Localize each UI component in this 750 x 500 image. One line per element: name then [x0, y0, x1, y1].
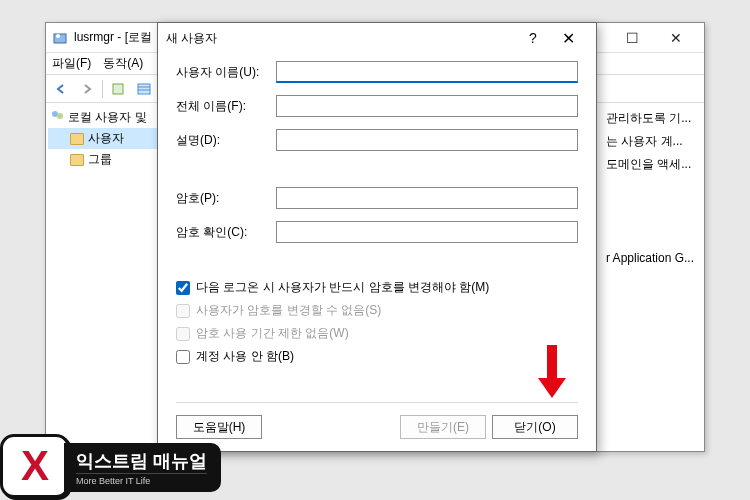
svg-rect-2: [113, 84, 123, 94]
svg-marker-10: [538, 378, 566, 398]
fullname-label: 전체 이름(F):: [176, 98, 276, 115]
tree-users-label: 사용자: [88, 130, 124, 147]
logo-tagline: More Better IT Life: [76, 473, 207, 486]
app-icon: [52, 30, 68, 46]
arrow-annotation: [532, 340, 572, 403]
must-change-label: 다음 로그온 시 사용자가 반드시 암호를 변경해야 함(M): [196, 279, 489, 296]
desc-row: 설명(D):: [176, 129, 578, 151]
dialog-title: 새 사용자: [166, 30, 518, 47]
username-label: 사용자 이름(U):: [176, 64, 276, 81]
confirm-input[interactable]: [276, 221, 578, 243]
must-change-checkbox[interactable]: [176, 281, 190, 295]
dialog-body: 사용자 이름(U): 전체 이름(F): 설명(D): 암호(P): 암호 확인…: [158, 53, 596, 383]
folder-icon: [70, 133, 84, 145]
watermark-logo: X 익스트림 매뉴얼 More Better IT Life: [0, 430, 280, 500]
svg-rect-3: [138, 84, 150, 94]
tree-groups[interactable]: 그룹: [48, 149, 163, 170]
password-row: 암호(P):: [176, 187, 578, 209]
forward-icon[interactable]: [76, 78, 98, 100]
close-button[interactable]: ✕: [654, 24, 698, 52]
list-item[interactable]: 관리하도록 기...: [606, 107, 694, 130]
tree-groups-label: 그룹: [88, 151, 112, 168]
desc-input[interactable]: [276, 129, 578, 151]
svg-point-1: [56, 34, 60, 38]
fullname-row: 전체 이름(F):: [176, 95, 578, 117]
password-label: 암호(P):: [176, 190, 276, 207]
desc-label: 설명(D):: [176, 132, 276, 149]
users-group-icon: [50, 109, 64, 126]
logo-text: 익스트림 매뉴얼 More Better IT Life: [64, 443, 221, 492]
create-button-label: 만들기(E): [417, 419, 469, 436]
tree-users[interactable]: 사용자: [48, 128, 163, 149]
close-icon[interactable]: ✕: [548, 29, 588, 48]
cannot-change-checkbox: [176, 304, 190, 318]
list-view-icon[interactable]: [133, 78, 155, 100]
list-item[interactable]: 는 사용자 계...: [606, 130, 694, 153]
account-disabled-label: 계정 사용 안 함(B): [196, 348, 294, 365]
confirm-row: 암호 확인(C):: [176, 221, 578, 243]
menu-action[interactable]: 동작(A): [103, 55, 143, 72]
list-item[interactable]: r Application G...: [606, 248, 694, 268]
close-button-label: 닫기(O): [514, 419, 555, 436]
cb-never-expires: 암호 사용 기간 제한 없음(W): [176, 325, 578, 342]
tree-root[interactable]: 로컬 사용자 및: [48, 107, 163, 128]
logo-brand: 익스트림 매뉴얼: [76, 449, 207, 473]
never-expires-checkbox: [176, 327, 190, 341]
dialog-titlebar: 새 사용자 ? ✕: [158, 23, 596, 53]
password-input[interactable]: [276, 187, 578, 209]
username-row: 사용자 이름(U):: [176, 61, 578, 83]
logo-x-icon: X: [0, 434, 70, 498]
fullname-input[interactable]: [276, 95, 578, 117]
maximize-button[interactable]: ☐: [610, 24, 654, 52]
svg-point-8: [57, 113, 63, 119]
cb-must-change[interactable]: 다음 로그온 시 사용자가 반드시 암호를 변경해야 함(M): [176, 279, 578, 296]
username-input[interactable]: [276, 61, 578, 83]
confirm-label: 암호 확인(C):: [176, 224, 276, 241]
tree-root-label: 로컬 사용자 및: [68, 109, 147, 126]
never-expires-label: 암호 사용 기간 제한 없음(W): [196, 325, 349, 342]
menu-file[interactable]: 파일(F): [52, 55, 91, 72]
account-disabled-checkbox[interactable]: [176, 350, 190, 364]
create-button: 만들기(E): [400, 415, 486, 439]
svg-rect-0: [54, 34, 66, 43]
cannot-change-label: 사용자가 암호를 변경할 수 없음(S): [196, 302, 381, 319]
cb-disabled[interactable]: 계정 사용 안 함(B): [176, 348, 578, 365]
folder-icon: [70, 154, 84, 166]
list-item[interactable]: 도메인을 액세...: [606, 153, 694, 176]
new-user-dialog: 새 사용자 ? ✕ 사용자 이름(U): 전체 이름(F): 설명(D): 암호…: [157, 22, 597, 452]
help-icon[interactable]: ?: [518, 30, 548, 46]
options-icon[interactable]: [107, 78, 129, 100]
close-button[interactable]: 닫기(O): [492, 415, 578, 439]
tree-panel: 로컬 사용자 및 사용자 그룹: [46, 103, 166, 451]
cb-cannot-change: 사용자가 암호를 변경할 수 없음(S): [176, 302, 578, 319]
back-icon[interactable]: [50, 78, 72, 100]
